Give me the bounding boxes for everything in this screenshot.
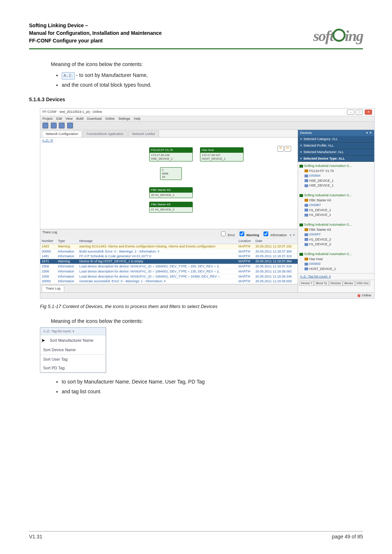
doc-header: Softing Linking Device – Manual for Conf…: [29, 22, 162, 45]
tag-list-count[interactable]: A↓Z↓ Tag list count: 4: [298, 273, 374, 280]
hdr-line2: Manual for Configuration, Installation a…: [29, 29, 162, 37]
trace-row[interactable]: 20055InformationBuild successfull. Error…: [40, 249, 298, 254]
toolbar[interactable]: [40, 122, 374, 130]
right-bottom-tabs[interactable]: Device TBlock TyDevicesBlocksHSE Hos: [298, 280, 374, 287]
cb-warning[interactable]: [240, 231, 244, 236]
node-hsehost-body[interactable]: 172.17.20.127HOST_DEVICE_1: [200, 152, 244, 161]
footer-version: V1.31: [29, 534, 42, 539]
filter-profile[interactable]: ▾Selected Profile: ALL: [298, 143, 374, 149]
figure-caption: Fig 5.1-17 Content of Devices, the icons…: [40, 303, 363, 311]
sort-az-icon: A↓ Z↓: [62, 72, 75, 79]
up-icon[interactable]: [67, 123, 73, 128]
tab-network-config[interactable]: Network Configuration: [42, 131, 82, 137]
post-b2: and tag list count.: [62, 387, 363, 395]
popup-header: A↓Z↓ Tag list count: 4: [40, 328, 106, 335]
trace-row[interactable]: 2308InformationLoad device description f…: [40, 269, 298, 274]
trace-row[interactable]: 1463Warningwarning SCG1463: Alarms and E…: [40, 244, 298, 249]
trace-row[interactable]: 2308InformationLoad device description f…: [40, 264, 298, 269]
intro-lead: Meaning of the icons below the contents:: [51, 60, 363, 68]
trace-filters[interactable]: Error Warning Information ▾ ✕: [217, 230, 295, 237]
trace-row[interactable]: 1481InformationFF-CIT Schedule & Code ge…: [40, 254, 298, 259]
section-title: 5.1.6.3 Devices: [29, 95, 363, 103]
redo-canvas-icon[interactable]: ⟳: [285, 146, 291, 152]
trace-row[interactable]: 1671WarningDevice ID of tag HOST_DEVICE_…: [40, 259, 298, 264]
cursor-icon: ➤: [41, 336, 45, 344]
undo-canvas-icon[interactable]: ⟲: [277, 146, 284, 152]
filter-category[interactable]: ▾Selected Category: ALL: [298, 136, 374, 143]
window-title: FF-CONF - test_20110519-1_prj - Online: [42, 110, 102, 114]
down-icon[interactable]: [59, 123, 65, 128]
trace-title: Trace Log: [42, 230, 57, 237]
sort-popup: A↓Z↓ Tag list count: 4 ➤Sort Manufacture…: [40, 327, 106, 373]
status-bar: Online: [40, 292, 374, 298]
cb-error[interactable]: [221, 231, 226, 236]
devices-panel: Devices▾ ✕ ▾Selected Category: ALL ▾Sele…: [298, 130, 374, 292]
devices-title: Devices: [300, 131, 312, 135]
node-link[interactable]: 1409616: [160, 167, 182, 180]
node-fg110-body[interactable]: 172.17.20.126HSE_DEVICE_1: [149, 152, 193, 161]
maximize-icon[interactable]: □: [356, 110, 363, 115]
menu-bar[interactable]: ProjectEditViewBuildDownloadOnlineSettin…: [40, 116, 374, 122]
popup-sort-manufacturer[interactable]: ➤Sort Manufacturer Name: [40, 335, 106, 345]
logo-ring-icon: [332, 29, 346, 42]
close-icon[interactable]: ✕: [365, 110, 372, 115]
popup-sort-pdtag[interactable]: Sort PD Tag: [40, 364, 106, 373]
footer-page: page 49 of 85: [332, 534, 363, 539]
tab-trace-log[interactable]: Trace Log: [42, 285, 64, 292]
save-icon[interactable]: [42, 123, 48, 128]
node-fbk1-body[interactable]: 20 H1_DEVICE_1: [149, 192, 193, 198]
devices-pin[interactable]: ▾ ✕: [366, 131, 372, 135]
post-b1: to sort by Manufacturer Name, Device Nam…: [62, 378, 363, 386]
sort-row[interactable]: A↓Z↓ ⟳: [40, 138, 298, 144]
trace-row[interactable]: 20050InformationGenerate successfull. Er…: [40, 279, 298, 284]
hdr-line3: FF-CONF Configure your plant: [29, 37, 162, 45]
trace-pin[interactable]: ▾ ✕: [290, 233, 295, 237]
undo-icon[interactable]: [51, 123, 57, 128]
popup-sort-usertag[interactable]: Sort User Tag: [40, 355, 106, 364]
filter-devtype[interactable]: ▾Selected Device Type: ALL: [298, 156, 374, 162]
intro2: Meaning of the icons below the contents:: [51, 317, 363, 325]
window-controls: – □ ✕: [346, 110, 372, 115]
tab-fb-app[interactable]: Functionblock Application: [83, 131, 128, 137]
bullet-count: and the count of total block types found…: [62, 81, 363, 89]
device-tree[interactable]: Softing Industrial Automation G... FG110…: [298, 162, 374, 273]
topology-canvas[interactable]: ⟲⟳ FG110-FF V1.70 172.17.20.126HSE_DEVIC…: [40, 144, 298, 229]
cb-info[interactable]: [264, 231, 268, 236]
softing-logo: softing: [313, 27, 363, 45]
status-dot-icon: [358, 294, 360, 297]
app-screenshot: FF-CONF - test_20110519-1_prj - Online –…: [40, 108, 375, 299]
tab-livelist[interactable]: Network Livelist: [128, 131, 159, 137]
minimize-icon[interactable]: –: [347, 110, 354, 115]
popup-sort-device[interactable]: Sort Device Name: [40, 346, 106, 354]
trace-table[interactable]: NumberTypeMessageLocationDate 1463Warnin…: [40, 238, 298, 284]
hdr-line1: Softing Linking Device –: [29, 22, 162, 29]
filter-manufacturer[interactable]: ▾Selected Manufacturer: ALL: [298, 149, 374, 156]
trace-row[interactable]: 2308InformationLoad device description f…: [40, 274, 298, 279]
bullet-sort-icon: A↓ Z↓ - to sort by Manufacturer Name,: [62, 71, 363, 79]
node-fbk2-body[interactable]: 21 H1_DEVICE_2: [149, 207, 193, 213]
